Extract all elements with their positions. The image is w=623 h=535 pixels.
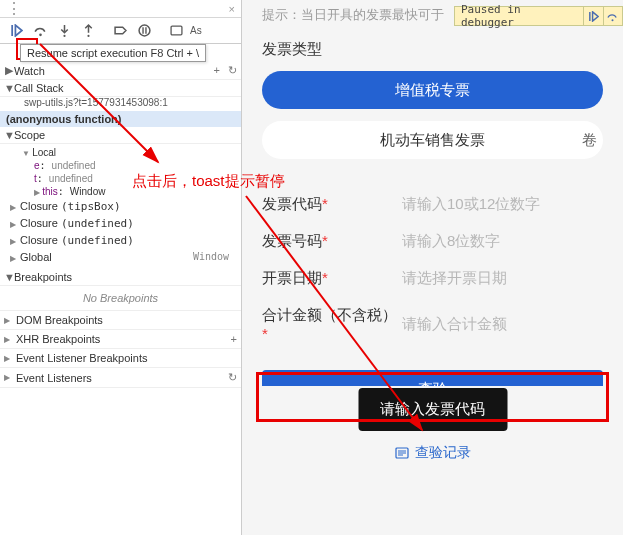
deactivate-breakpoints-button[interactable] [108,20,132,42]
breakpoints-section[interactable]: ▼ Breakpoints [0,269,241,286]
stack-frame[interactable]: (anonymous function) [0,111,241,127]
placeholder: 请选择开票日期 [402,269,603,288]
placeholder: 请输入合计金额 [402,315,603,334]
field-invoice-code[interactable]: 发票代码* 请输入10或12位数字 [262,195,603,214]
svg-point-2 [87,35,89,37]
async-toggle[interactable] [164,20,188,42]
scope-closure[interactable]: Closure (undefined) [0,232,241,249]
devtools-tabstrip: ⋮ × [0,0,241,18]
step-out-button[interactable] [76,20,100,42]
svg-point-1 [63,35,65,37]
history-link[interactable]: 查验记录 [262,444,603,462]
event-listeners-section[interactable]: Event Listeners↻ [0,368,241,388]
event-listener-breakpoints-section[interactable]: Event Listener Breakpoints [0,349,241,368]
invoice-type-title: 发票类型 [262,40,603,59]
svg-point-0 [39,34,42,37]
overlay-resume-button[interactable] [583,7,602,25]
overflow-icon[interactable]: ⋮ [6,0,21,18]
resume-button[interactable] [4,20,28,42]
svg-rect-5 [145,27,146,34]
async-label: As [190,25,202,36]
resume-tooltip: Resume script execution F8 Ctrl + \ [20,44,206,62]
watch-section[interactable]: ▶ Watch +↻ [0,62,241,80]
chevron-right-icon: ▶ [4,64,14,77]
svg-rect-6 [171,26,182,35]
refresh-icon[interactable]: ↻ [228,64,237,77]
field-invoice-number[interactable]: 发票号码* 请输入8位数字 [262,232,603,251]
pause-exceptions-button[interactable] [132,20,156,42]
svg-point-3 [139,25,150,36]
placeholder: 请输入8位数字 [402,232,603,251]
list-icon [395,446,409,460]
paused-overlay: Paused in debugger [454,6,623,26]
stack-frame-source[interactable]: swp-utils.js?t=1577931453098:1 [0,97,241,111]
scope-global[interactable]: GlobalWindow [0,249,241,265]
call-stack-section[interactable]: ▼ Call Stack [0,80,241,97]
tab-next[interactable]: 卷 [575,121,603,171]
refresh-icon[interactable]: ↻ [228,371,237,384]
scope-section[interactable]: ▼ Scope [0,127,241,144]
devtools-pane: ⋮ × [0,0,242,535]
field-invoice-amount[interactable]: 合计金额（不含税）* 请输入合计金额 [262,306,603,342]
scope-var[interactable]: e: undefined [0,159,241,172]
breakpoints-empty: No Breakpoints [0,286,241,311]
scope-closure[interactable]: Closure (tipsBox) [0,198,241,215]
add-icon[interactable]: + [231,333,237,345]
toast: 请输入发票代码 [358,388,507,431]
preview-page: 提示：当日开具的发票最快可于 发票类型 增值税专票 机动车销售发票卷 发票代码*… [242,0,623,535]
svg-rect-4 [142,27,143,34]
scope-closure[interactable]: Closure (undefined) [0,215,241,232]
svg-point-11 [612,19,614,21]
xhr-breakpoints-section[interactable]: XHR Breakpoints+ [0,330,241,349]
chevron-down-icon: ▼ [4,271,14,283]
field-invoice-date[interactable]: 开票日期* 请选择开票日期 [262,269,603,288]
tab-vehicle[interactable]: 机动车销售发票卷 [262,121,603,159]
overlay-step-button[interactable] [603,7,622,25]
close-icon[interactable]: × [229,3,235,15]
placeholder: 请输入10或12位数字 [402,195,603,214]
step-into-button[interactable] [52,20,76,42]
scope-var[interactable]: t: undefined [0,172,241,185]
scope-var[interactable]: ▶ this: Window [0,185,241,198]
tab-vat[interactable]: 增值税专票 [262,71,603,109]
step-over-button[interactable] [28,20,52,42]
debugger-toolbar: As [0,18,241,44]
chevron-down-icon: ▼ [22,149,32,158]
chevron-down-icon: ▼ [4,129,14,141]
chevron-down-icon: ▼ [4,82,14,94]
dom-breakpoints-section[interactable]: DOM Breakpoints [0,311,241,330]
add-icon[interactable]: + [214,64,220,77]
